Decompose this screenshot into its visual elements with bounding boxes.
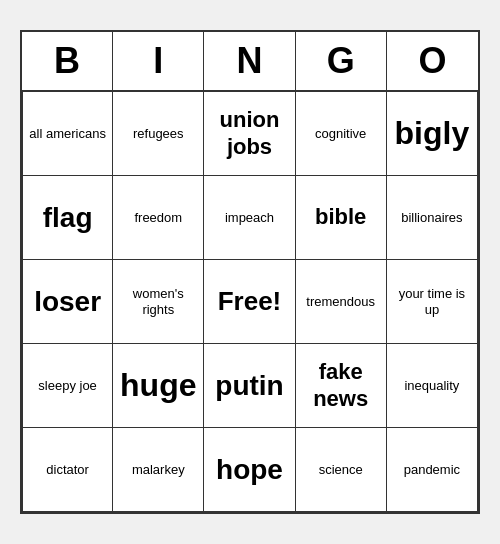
bingo-grid: all americansrefugeesunion jobscognitive… — [22, 92, 478, 512]
bingo-cell-13: tremendous — [296, 260, 387, 344]
bingo-cell-3: cognitive — [296, 92, 387, 176]
bingo-cell-16: huge — [113, 344, 204, 428]
bingo-cell-4: bigly — [387, 92, 478, 176]
bingo-cell-12: Free! — [204, 260, 295, 344]
bingo-cell-21: malarkey — [113, 428, 204, 512]
bingo-letter-i: I — [113, 32, 204, 90]
bingo-cell-23: science — [296, 428, 387, 512]
bingo-card: BINGO all americansrefugeesunion jobscog… — [20, 30, 480, 514]
bingo-cell-9: billionaires — [387, 176, 478, 260]
bingo-letter-n: N — [204, 32, 295, 90]
bingo-cell-15: sleepy joe — [22, 344, 113, 428]
bingo-cell-14: your time is up — [387, 260, 478, 344]
bingo-cell-8: bible — [296, 176, 387, 260]
bingo-cell-20: dictator — [22, 428, 113, 512]
bingo-cell-7: impeach — [204, 176, 295, 260]
bingo-cell-10: loser — [22, 260, 113, 344]
bingo-cell-22: hope — [204, 428, 295, 512]
bingo-cell-11: women's rights — [113, 260, 204, 344]
bingo-header: BINGO — [22, 32, 478, 92]
bingo-cell-19: inequality — [387, 344, 478, 428]
bingo-cell-18: fake news — [296, 344, 387, 428]
bingo-cell-1: refugees — [113, 92, 204, 176]
bingo-cell-17: putin — [204, 344, 295, 428]
bingo-cell-6: freedom — [113, 176, 204, 260]
bingo-letter-o: O — [387, 32, 478, 90]
bingo-letter-g: G — [296, 32, 387, 90]
bingo-cell-5: flag — [22, 176, 113, 260]
bingo-cell-24: pandemic — [387, 428, 478, 512]
bingo-letter-b: B — [22, 32, 113, 90]
bingo-cell-2: union jobs — [204, 92, 295, 176]
bingo-cell-0: all americans — [22, 92, 113, 176]
